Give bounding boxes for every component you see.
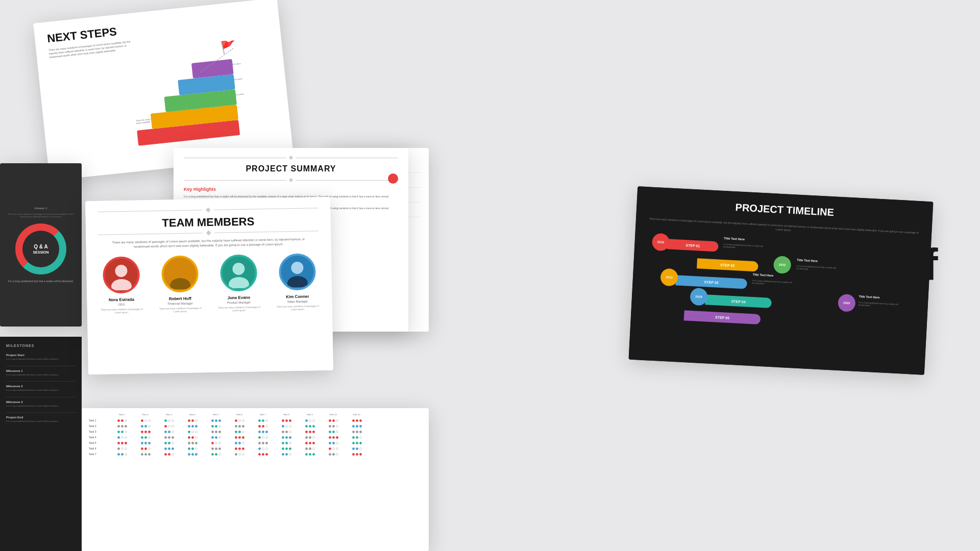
step01-label-desc: It is a long established fact that a rea… — [723, 243, 764, 251]
qa-subtitle: SESSION — [33, 250, 48, 255]
member-name-june: June Evans — [228, 295, 251, 300]
step04-arrow: STEP 04 — [705, 294, 772, 308]
task-row-7: Task 7 — [89, 453, 422, 456]
team-top-divider — [97, 206, 318, 214]
task-row-2: Task 2 — [89, 424, 422, 428]
qa-title: Q & A — [33, 243, 48, 250]
role-col-4: Role 4 — [182, 413, 203, 416]
member-name-kim: Kim Conner — [286, 294, 309, 299]
slide-qa: Answer 1 There are many variations of pa… — [0, 163, 82, 327]
step01-label-title: Title Text Here — [724, 237, 745, 241]
slide-milestones-dark: MILESTONES Project Start It is a long es… — [0, 337, 82, 551]
role-col-8: Role 8 — [276, 413, 297, 416]
dark-milestone-3: Milestone 3 It is a long established fac… — [6, 400, 76, 408]
summary-top-divider — [184, 156, 398, 159]
role-col-6: Role 6 — [229, 413, 250, 416]
member-name-nora: Nora Estrada — [109, 297, 134, 303]
team-member-nora: Nora Estrada CEO There are many variatio… — [99, 256, 144, 315]
roles-header: Role 1 Role 2 Role 3 Role 4 Role 5 Role … — [89, 413, 422, 416]
dark-milestone-project-start: Project Start It is a long established f… — [6, 354, 76, 361]
task-row-3: Task 3 — [89, 430, 422, 433]
qa-donut-chart: Q & A SESSION — [15, 223, 66, 274]
task-row-5: Task 5 — [89, 441, 422, 444]
step02-label-title: Title Text Here — [797, 259, 818, 263]
avatar-june — [219, 254, 257, 291]
step02-arrow: STEP 02 — [697, 258, 758, 271]
step05-label-title: Title Text Here — [859, 295, 879, 299]
step05-arrow: STEP 05 — [684, 310, 761, 324]
role-col-2: Role 2 — [135, 413, 156, 416]
team-member-june: June Evans Product Manager There are man… — [216, 254, 261, 313]
slide-project-timeline: PROJECT TIMELINE There are many variatio… — [629, 186, 934, 375]
slide-roles-tasks: Role 1 Role 2 Role 3 Role 4 Role 5 Role … — [82, 408, 429, 551]
avatar-kim — [278, 253, 315, 290]
stairs-diagram: Step 1 There are many variations of pass… — [125, 4, 281, 151]
slide-team-members: TEAM MEMBERS There are many variations o… — [85, 197, 333, 374]
step02-label-desc: It is a long established fact that a rea… — [796, 265, 837, 272]
step05-label-desc: It is a long established fact that a rea… — [859, 301, 899, 309]
step03-arrow: STEP 03 — [675, 275, 747, 289]
task-row-1: Task 1 — [89, 419, 422, 422]
team-member-kim: Kim Conner Sales Manager There are many … — [275, 253, 320, 312]
qa-answer-text: There are many variations of passages of… — [5, 213, 77, 218]
svg-point-2 — [174, 264, 186, 276]
step01-arrow: STEP 01 — [667, 239, 719, 252]
role-col-9: Role 9 — [299, 413, 321, 416]
role-col-3: Role 3 — [158, 413, 180, 416]
member-role-robert: Financial Manager — [167, 302, 192, 306]
member-role-june: Product Manager — [227, 301, 251, 305]
role-col-7: Role 7 — [252, 413, 274, 416]
role-col-10: Role 10 — [323, 413, 344, 416]
svg-point-7 — [287, 276, 307, 288]
member-role-kim: Sales Manager — [287, 300, 308, 304]
qa-body-text: It is a long established fact that a rea… — [8, 280, 74, 284]
step03-label-title: Title Text Here — [752, 273, 773, 277]
avatar-nora — [102, 256, 139, 293]
svg-point-0 — [115, 265, 127, 277]
member-role-nora: CEO — [118, 303, 125, 306]
member-desc-june: There are many variations of passages of… — [217, 306, 261, 313]
avatar-robert — [161, 255, 198, 292]
team-subtitle: There are many variations of passages of… — [111, 237, 305, 250]
key-highlights-label: Key Highlights — [184, 187, 398, 192]
year-2022: 2022 — [838, 294, 856, 312]
summary-accent-dot — [388, 173, 398, 184]
member-name-robert: Robert Huff — [169, 296, 191, 302]
svg-point-4 — [232, 263, 244, 275]
svg-point-1 — [111, 279, 131, 291]
team-title: TEAM MEMBERS — [98, 214, 318, 231]
member-desc-robert: There are many variations of passages of… — [158, 307, 203, 314]
role-col-5: Role 5 — [205, 413, 227, 416]
summary-bottom-divider — [184, 179, 398, 182]
team-member-robert: Robert Huff Financial Manager There are … — [157, 255, 203, 314]
task-row-6: Task 6 — [89, 447, 422, 450]
dark-milestone-project-end: Project End It is a long established fac… — [6, 416, 76, 423]
svg-point-3 — [169, 278, 190, 290]
timeline-diagram: STEP 01 2010 Title Text Here It is a lon… — [643, 233, 919, 339]
team-members-row: Nora Estrada CEO There are many variatio… — [99, 253, 320, 315]
dark-milestone-2: Milestone 2 It is a long established fac… — [6, 385, 76, 392]
qa-answer-label: Answer 1 — [34, 207, 47, 210]
task-row-4: Task 4 — [89, 436, 422, 439]
member-desc-nora: There are many variations of passages of… — [100, 308, 144, 315]
role-col-1: Role 1 — [111, 413, 133, 416]
step03-label-desc: It is a long established fact that a rea… — [752, 279, 793, 287]
role-col-11: Role 11 — [346, 413, 368, 416]
dark-milestone-1: Milestone 1 It is a long established fac… — [6, 369, 76, 377]
svg-point-5 — [228, 277, 249, 289]
year-2015: 2015 — [773, 256, 792, 274]
svg-point-6 — [291, 262, 303, 274]
summary-title: PROJECT SUMMARY — [184, 164, 398, 173]
member-desc-kim: There are many variations of passages of… — [276, 305, 320, 312]
dark-milestones-title: MILESTONES — [6, 344, 76, 347]
